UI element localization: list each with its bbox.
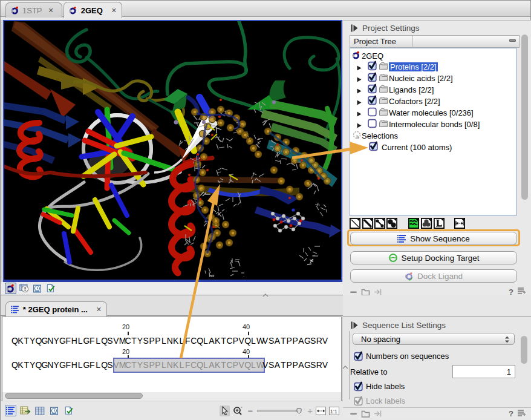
svg-text:1:1: 1:1: [330, 408, 337, 414]
